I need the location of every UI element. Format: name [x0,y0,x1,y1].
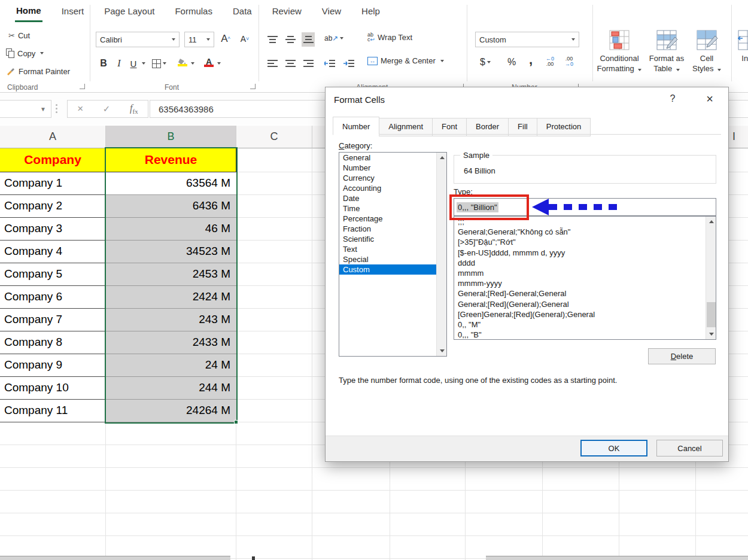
ribbon-tab-data[interactable]: Data [232,1,253,21]
cell-empty[interactable] [0,422,106,445]
comma-style-button[interactable]: , [524,53,537,67]
column-header-A[interactable]: A [0,126,106,148]
cell-empty[interactable] [236,218,312,241]
cell-empty[interactable] [696,468,748,491]
cell-empty[interactable] [466,468,543,491]
category-item-fraction[interactable]: Fraction [339,224,436,234]
top-align-button[interactable] [266,32,279,47]
cut-button[interactable]: ✂ Cut [8,31,30,40]
cell-empty[interactable] [466,513,543,536]
cell-empty[interactable] [236,468,312,491]
cell-revenue-7[interactable]: 243 M [106,309,236,331]
cell-revenue-3[interactable]: 46 M [106,218,236,241]
cell-empty[interactable] [236,400,312,422]
confirm-entry-icon[interactable]: ✓ [103,104,111,114]
cell-empty[interactable] [236,354,312,377]
cell-empty[interactable] [106,513,236,536]
cell-company-8[interactable]: Company 8 [0,331,106,354]
cell-empty[interactable] [312,536,390,559]
font-dialog-launcher-icon[interactable] [250,84,256,89]
format-code-item-4[interactable]: dddd [454,258,706,268]
cell-empty[interactable] [106,491,236,513]
cell-company-9[interactable]: Company 9 [0,354,106,377]
format-code-item-6[interactable]: mmmm-yyyy [454,278,706,288]
cell-empty[interactable] [390,491,466,513]
copy-button[interactable]: Copy [6,48,44,58]
category-scrollbar[interactable] [436,153,446,356]
cell-empty[interactable] [390,468,466,491]
insert-cells-button[interactable]: Ins [735,29,748,63]
category-item-date[interactable]: Date [339,193,436,203]
cell-revenue-9[interactable]: 24 M [106,354,236,377]
cell-empty[interactable] [390,536,466,559]
category-item-number[interactable]: Number [339,163,436,173]
cell-empty[interactable] [106,468,236,491]
cell-empty[interactable] [236,195,312,218]
cell-empty[interactable] [106,422,236,445]
ribbon-tab-insert[interactable]: Insert [60,1,86,21]
cell-company-3[interactable]: Company 3 [0,218,106,241]
ribbon-tab-help[interactable]: Help [360,1,381,21]
insert-function-icon[interactable]: ffx [130,103,138,115]
italic-button[interactable]: I [112,56,126,71]
format-code-item-11[interactable]: 0,,, "B" [454,330,706,340]
cell-empty[interactable] [312,468,390,491]
cell-revenue-8[interactable]: 2433 M [106,331,236,354]
cell-revenue-5[interactable]: 2453 M [106,263,236,286]
increase-font-size-button[interactable]: A^ [219,32,232,46]
cancel-button[interactable]: Cancel [656,440,723,456]
underline-options-chevron-icon[interactable] [142,62,145,65]
fill-handle[interactable] [234,420,238,424]
format-code-item-9[interactable]: [Green]General;[Red](General);General [454,309,706,319]
conditional-formatting-button[interactable]: Conditional Formatting [596,29,643,74]
cell-empty[interactable] [619,468,696,491]
category-item-currency[interactable]: Currency [339,173,436,183]
cell-empty[interactable] [236,377,312,400]
cell-empty[interactable] [236,241,312,263]
cell-revenue-4[interactable]: 34523 M [106,241,236,263]
scrollbar-thumb[interactable] [707,302,716,327]
format-code-item-3[interactable]: [$-en-US]dddd, mmmm d, yyyy [454,248,706,258]
increase-indent-button[interactable] [342,56,355,71]
clipboard-dialog-launcher-icon[interactable] [80,84,85,89]
bottom-bar-right[interactable] [486,556,748,560]
percent-style-button[interactable]: % [505,55,518,69]
cell-empty[interactable] [236,536,312,559]
cell-company-2[interactable]: Company 2 [0,195,106,218]
cancel-entry-icon[interactable]: × [77,103,83,115]
decrease-indent-button[interactable] [323,56,336,71]
orientation-button[interactable]: ab↗ [323,31,345,45]
cell-empty[interactable] [696,513,748,536]
category-item-accounting[interactable]: Accounting [339,183,436,193]
cell-empty[interactable] [236,445,312,468]
category-item-text[interactable]: Text [339,244,436,254]
cell-revenue-10[interactable]: 244 M [106,377,236,400]
cell-empty[interactable] [0,445,106,468]
cell-styles-button[interactable]: Cell Styles [689,29,724,74]
center-button[interactable] [284,56,297,71]
category-item-custom[interactable]: Custom [339,264,436,275]
cell-empty[interactable] [0,491,106,513]
font-name-combobox[interactable]: Calibri [96,32,180,47]
category-item-general[interactable]: General [339,153,436,163]
merge-center-button[interactable]: ↔ Merge & Center [367,56,444,65]
format-code-item-5[interactable]: mmmm [454,268,706,278]
cell-empty[interactable] [696,491,748,513]
bottom-align-button[interactable] [302,32,315,47]
format-code-item-1[interactable]: General;General;"Không có sẵn" [454,227,706,237]
column-header-B[interactable]: B [106,126,236,148]
cell-empty[interactable] [236,148,312,172]
cell-empty[interactable] [236,513,312,536]
format-code-item-8[interactable]: General;[Red](General);General [454,299,706,309]
cell-empty[interactable] [236,331,312,354]
cell-company-7[interactable]: Company 7 [0,309,106,331]
ribbon-tab-home[interactable]: Home [15,1,42,22]
increase-decimal-button[interactable]: ←0.00 [546,56,554,67]
align-left-button[interactable] [266,56,279,71]
cell-empty[interactable] [0,468,106,491]
cell-empty[interactable] [236,309,312,331]
fill-color-button[interactable] [176,55,189,69]
scroll-down-icon[interactable] [437,346,447,356]
ribbon-tab-review[interactable]: Review [271,1,303,21]
cell-empty[interactable] [543,491,619,513]
